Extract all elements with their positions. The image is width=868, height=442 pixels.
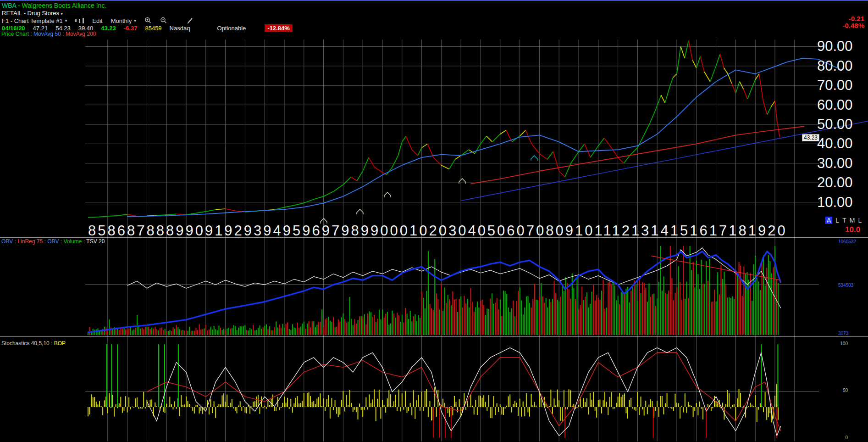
stoch-scale-50: 50 — [843, 388, 848, 393]
period-label: Monthly — [111, 17, 132, 24]
altml-button-m[interactable]: M — [850, 217, 855, 224]
title-dash: - — [18, 2, 20, 9]
chart-template-dropdown[interactable]: F1 - Chart Template #1 ▾ — [2, 17, 67, 24]
quote-change: -6.37 — [124, 25, 138, 32]
price-axis-label: 40.00 — [817, 135, 863, 152]
sector-dropdown[interactable]: RETAIL - Drug Stores ▾ — [2, 10, 63, 17]
price-axis-label: 30.00 — [817, 155, 863, 172]
legend-volume[interactable]: Volume — [64, 238, 82, 245]
symbol-title: WBA - Walgreens Boots Alliance Inc. — [2, 2, 106, 9]
legend-tsv[interactable]: TSV 20 — [86, 238, 105, 245]
last-price-tag: 43.23 — [802, 134, 819, 141]
legend-linreg[interactable]: LinReg 75 — [17, 238, 43, 245]
price-axis-label: 90.00 — [817, 38, 863, 55]
price-axis-label: 70.00 — [817, 77, 863, 94]
stoch-scale-0: 0 — [845, 435, 848, 440]
mid-scale-top: 1060532 — [838, 239, 856, 244]
price-axis-label: 10.00 — [817, 194, 863, 211]
legend-bop[interactable]: BOP — [54, 340, 66, 347]
period-dropdown[interactable]: Monthly ▾ — [111, 17, 136, 24]
price-axis-label: 20.00 — [817, 174, 863, 191]
altml-button-a[interactable]: A — [825, 217, 832, 224]
legend-movavg50[interactable]: MovAvg 50 — [33, 31, 61, 37]
quote-last: 43.23 — [101, 25, 116, 32]
chevron-down-icon: ▾ — [134, 18, 136, 23]
chevron-down-icon: ▾ — [61, 11, 63, 16]
topright-pct: -0.48% — [842, 22, 864, 29]
legend-obv-2[interactable]: OBV — [47, 238, 59, 245]
altml-toolbar: ALTML — [825, 217, 865, 224]
alt-value: 10.0 — [845, 225, 860, 235]
legend-stochastics[interactable]: Stochastics 40,5,10 — [1, 340, 50, 347]
edit-button[interactable]: Edit — [92, 17, 102, 24]
legend-obv-1[interactable]: OBV — [1, 238, 13, 245]
company-name: Walgreens Boots Alliance Inc. — [22, 2, 107, 9]
bar-chart-icon[interactable] — [75, 18, 84, 23]
zoom-out-icon[interactable] — [160, 17, 167, 24]
legend-movavg200[interactable]: MovAvg 200 — [66, 31, 96, 37]
pencil-icon[interactable] — [187, 17, 194, 24]
pct-change-badge: -12.84% — [265, 24, 292, 32]
toolbar: F1 - Chart Template #1 ▾ Edit Monthly ▾ — [2, 17, 202, 24]
mid-scale-mid: 534503 — [838, 283, 853, 288]
zoom-in-icon[interactable] — [144, 17, 152, 24]
mid-pane-legend: OBV : LinReg 75 : OBV : Volume : TSV 20 — [1, 238, 105, 245]
altml-button-l2[interactable]: L — [858, 217, 862, 224]
chart-canvas[interactable] — [0, 1, 868, 442]
mid-scale-bottom: 3073 — [838, 331, 848, 336]
stoch-scale-100: 100 — [840, 341, 848, 346]
altml-button-l1[interactable]: L — [835, 217, 839, 224]
sector-label: RETAIL - Drug Stores — [2, 10, 59, 17]
chart-window: WBA - Walgreens Boots Alliance Inc. RETA… — [0, 0, 868, 442]
price-axis-label: 60.00 — [817, 97, 863, 113]
chart-template-label: F1 - Chart Template #1 — [2, 17, 63, 24]
bot-pane-legend: Stochastics 40,5,10 : BOP — [1, 340, 66, 347]
price-axis-label: 80.00 — [817, 58, 863, 74]
chevron-down-icon: ▾ — [65, 18, 67, 23]
altml-button-t[interactable]: T — [842, 217, 846, 224]
legend-price-chart[interactable]: Price Chart — [1, 31, 29, 37]
quote-exchange: Nasdaq — [170, 25, 190, 32]
quote-volume: 85459 — [145, 25, 161, 32]
price-axis-label: 50.00 — [817, 116, 863, 133]
optionable-label: Optionable — [217, 25, 246, 32]
symbol: WBA — [2, 2, 16, 9]
x-axis-years: 8586878889909192939495969798990001020304… — [88, 223, 787, 239]
price-pane-legend: Price Chart : MovAvg 50 : MovAvg 200 — [1, 31, 96, 37]
